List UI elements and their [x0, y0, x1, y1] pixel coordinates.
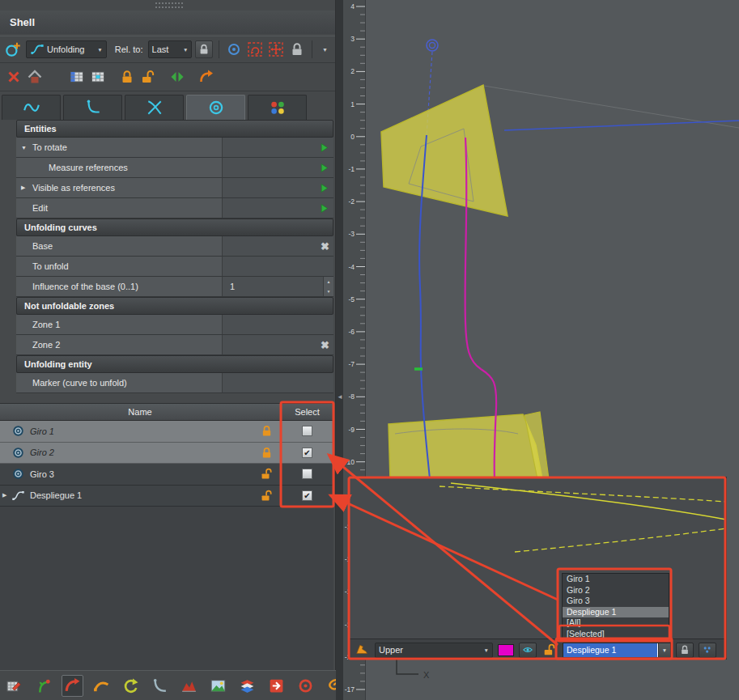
property-label: Zone 2 [32, 340, 60, 350]
property-value-cell[interactable] [223, 158, 333, 177]
lock-open-icon[interactable] [139, 68, 157, 86]
property-value-cell[interactable] [223, 138, 333, 157]
tab-cross-curves[interactable] [125, 95, 184, 120]
home-icon[interactable] [26, 68, 44, 86]
table-row[interactable]: ▶Despliegue 1✔ [0, 486, 333, 507]
swap-arrows-icon[interactable] [168, 68, 186, 86]
property-value-cell[interactable] [223, 257, 333, 276]
image-tool-icon[interactable] [207, 675, 229, 697]
row-expand-icon[interactable]: ▶ [0, 492, 11, 498]
expand-icon[interactable]: ▼ [21, 145, 32, 151]
chevron-down-icon[interactable]: ▼ [658, 643, 670, 657]
visibility-button[interactable] [519, 643, 537, 658]
export-tool-icon[interactable] [265, 675, 287, 697]
property-row: Measure references [16, 158, 333, 178]
property-value-cell[interactable]: ✖ [223, 236, 333, 256]
color-swatch[interactable] [498, 644, 514, 656]
play-button[interactable] [318, 162, 330, 174]
points-button[interactable] [699, 643, 716, 658]
property-value-cell[interactable]: 1▲▼ [223, 277, 333, 296]
lock-closed-icon[interactable] [260, 424, 274, 438]
list-item[interactable]: Despliegue 1 [563, 607, 669, 618]
grading-icon[interactable] [32, 675, 54, 697]
expand-icon[interactable]: ▶ [21, 185, 32, 191]
panel-grip[interactable] [155, 2, 183, 8]
table-row[interactable]: Giro 3 [0, 464, 333, 486]
list-item[interactable]: Giro 3 [563, 596, 669, 607]
add-rotation-icon[interactable] [3, 40, 23, 59]
property-label: Influence of the base (0..1) [32, 282, 138, 291]
property-value-cell[interactable] [223, 373, 333, 392]
clear-button[interactable]: ✖ [321, 340, 329, 350]
column-header-name[interactable]: Name [0, 404, 280, 420]
unlock-icon[interactable] [542, 643, 558, 657]
property-value-cell[interactable] [223, 198, 333, 218]
tab-rotation[interactable] [186, 95, 245, 120]
bend-curve-icon[interactable] [197, 68, 215, 86]
eye-icon [522, 644, 533, 655]
property-value-cell[interactable] [223, 315, 333, 334]
move-selection-icon[interactable] [267, 40, 285, 58]
reference-line-gray[interactable] [484, 86, 739, 128]
lock-view-icon[interactable] [288, 40, 306, 58]
list-item[interactable]: [All] [563, 617, 669, 629]
reference-line-blue[interactable] [504, 121, 739, 130]
bottom-toolbar: ▼ [0, 670, 336, 700]
select-checkbox[interactable] [302, 426, 312, 436]
sole-pattern-piece[interactable] [389, 414, 542, 479]
snap-target-icon[interactable] [225, 40, 243, 58]
clear-button[interactable]: ✖ [321, 241, 329, 252]
table-edit-icon[interactable] [47, 68, 65, 86]
lock-open-icon[interactable] [260, 489, 274, 503]
lock-closed-icon[interactable] [260, 446, 274, 460]
entity-combo[interactable]: Despliegue 1 ▼ [563, 643, 671, 658]
property-label: To rotate [32, 142, 67, 152]
list-item[interactable]: Giro 2 [563, 585, 669, 596]
property-row: Base✖ [16, 236, 333, 257]
collapse-panel-icon[interactable]: ◄ [337, 393, 343, 401]
delete-icon[interactable] [5, 68, 23, 86]
lock-button[interactable] [676, 643, 694, 658]
table-pick-icon[interactable] [89, 68, 107, 86]
lock-rel-button[interactable] [195, 40, 213, 58]
list-item[interactable]: [Selected] [563, 629, 669, 640]
column-header-select[interactable]: Select [280, 404, 333, 420]
pattern-table-icon[interactable] [3, 675, 25, 697]
play-button[interactable] [318, 142, 330, 154]
table-row[interactable]: Giro 1 [0, 421, 333, 443]
curve-tool-icon[interactable] [91, 675, 113, 697]
property-value[interactable]: 1 [223, 282, 235, 291]
rotate-tool-icon[interactable] [120, 675, 142, 697]
panel-divider[interactable]: ◄ [336, 0, 343, 700]
property-row: ▼To rotate [16, 138, 333, 158]
tab-colors[interactable] [248, 95, 307, 120]
mode-dropdown[interactable]: Unfolding ▼ [26, 40, 107, 58]
select-checkbox[interactable]: ✔ [302, 490, 312, 501]
spinner[interactable]: ▲▼ [323, 277, 333, 296]
tab-wave-curve[interactable] [2, 95, 61, 120]
property-value-cell[interactable]: ✖ [223, 335, 333, 354]
upper-pattern-piece[interactable] [381, 85, 508, 216]
list-item[interactable]: Giro 1 [563, 574, 669, 585]
mesh-tool-icon[interactable] [178, 675, 200, 697]
play-button[interactable] [318, 182, 330, 194]
start-marker-icon[interactable] [427, 40, 438, 51]
rotate-selection-icon[interactable] [246, 40, 264, 58]
unfold-tool-icon[interactable] [62, 675, 83, 697]
table-columns-icon[interactable] [68, 68, 86, 86]
lock-closed-icon[interactable] [118, 68, 136, 86]
layers-tool-icon[interactable] [236, 675, 258, 697]
lock-open-icon[interactable] [260, 467, 274, 481]
target-tool-icon[interactable] [295, 675, 316, 697]
rel-to-dropdown[interactable]: Last ▼ [148, 40, 193, 58]
layer-dropdown[interactable]: Upper ▼ [375, 643, 493, 658]
play-button[interactable] [318, 202, 330, 214]
toolbar-more-icon[interactable]: ▼ [318, 44, 332, 56]
table-row[interactable]: Giro 2✔ [0, 443, 333, 465]
tab-hook-curve[interactable] [63, 95, 122, 120]
property-value-cell[interactable] [223, 178, 333, 197]
tab-colors-icon [269, 99, 287, 117]
select-checkbox[interactable]: ✔ [302, 448, 312, 458]
hook-tool-icon[interactable] [149, 675, 171, 697]
select-checkbox[interactable] [302, 469, 312, 479]
